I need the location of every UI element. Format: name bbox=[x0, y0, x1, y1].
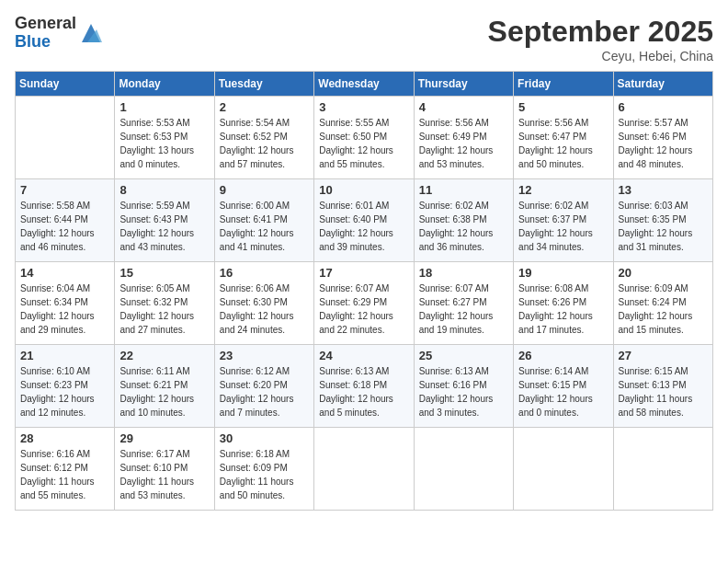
day-info: Sunrise: 6:10 AMSunset: 6:23 PMDaylight:… bbox=[20, 364, 109, 419]
day-info: Sunrise: 6:07 AMSunset: 6:27 PMDaylight:… bbox=[419, 282, 508, 337]
day-cell: 14Sunrise: 6:04 AMSunset: 6:34 PMDayligh… bbox=[16, 262, 115, 345]
day-info: Sunrise: 6:07 AMSunset: 6:29 PMDaylight:… bbox=[319, 282, 408, 337]
day-info: Sunrise: 6:00 AMSunset: 6:41 PMDaylight:… bbox=[220, 199, 309, 254]
header-cell-sunday: Sunday bbox=[16, 72, 115, 97]
day-info: Sunrise: 6:01 AMSunset: 6:40 PMDaylight:… bbox=[319, 199, 408, 254]
day-number: 14 bbox=[20, 266, 109, 280]
calendar-header: SundayMondayTuesdayWednesdayThursdayFrid… bbox=[16, 72, 713, 97]
day-number: 19 bbox=[518, 266, 608, 280]
day-number: 5 bbox=[518, 100, 608, 114]
day-number: 26 bbox=[518, 349, 608, 362]
day-info: Sunrise: 6:15 AMSunset: 6:13 PMDaylight:… bbox=[619, 364, 708, 419]
week-row-2: 7Sunrise: 5:58 AMSunset: 6:44 PMDaylight… bbox=[16, 179, 713, 262]
day-cell bbox=[16, 97, 115, 179]
day-info: Sunrise: 5:54 AMSunset: 6:52 PMDaylight:… bbox=[220, 116, 309, 171]
day-number: 8 bbox=[119, 183, 209, 197]
day-cell: 7Sunrise: 5:58 AMSunset: 6:44 PMDaylight… bbox=[16, 179, 115, 262]
day-cell: 23Sunrise: 6:12 AMSunset: 6:20 PMDayligh… bbox=[214, 345, 313, 428]
day-number: 12 bbox=[518, 183, 608, 197]
day-cell bbox=[613, 428, 712, 511]
day-number: 28 bbox=[20, 431, 109, 445]
subtitle: Ceyu, Hebei, China bbox=[488, 49, 713, 63]
day-info: Sunrise: 6:06 AMSunset: 6:30 PMDaylight:… bbox=[220, 282, 309, 337]
day-cell: 16Sunrise: 6:06 AMSunset: 6:30 PMDayligh… bbox=[214, 262, 313, 345]
day-number: 21 bbox=[20, 349, 109, 362]
day-info: Sunrise: 6:04 AMSunset: 6:34 PMDaylight:… bbox=[20, 282, 109, 337]
day-info: Sunrise: 5:53 AMSunset: 6:53 PMDaylight:… bbox=[119, 116, 209, 171]
day-info: Sunrise: 6:14 AMSunset: 6:15 PMDaylight:… bbox=[518, 364, 608, 419]
day-number: 25 bbox=[419, 349, 508, 362]
day-cell: 13Sunrise: 6:03 AMSunset: 6:35 PMDayligh… bbox=[613, 179, 712, 262]
header-cell-wednesday: Wednesday bbox=[314, 72, 414, 97]
day-number: 11 bbox=[419, 183, 508, 197]
day-number: 1 bbox=[119, 100, 209, 114]
day-cell: 9Sunrise: 6:00 AMSunset: 6:41 PMDaylight… bbox=[214, 179, 313, 262]
week-row-1: 1Sunrise: 5:53 AMSunset: 6:53 PMDaylight… bbox=[16, 97, 713, 179]
day-cell: 17Sunrise: 6:07 AMSunset: 6:29 PMDayligh… bbox=[314, 262, 414, 345]
day-cell: 2Sunrise: 5:54 AMSunset: 6:52 PMDaylight… bbox=[214, 97, 313, 179]
day-number: 13 bbox=[619, 183, 708, 197]
day-cell: 18Sunrise: 6:07 AMSunset: 6:27 PMDayligh… bbox=[414, 262, 513, 345]
calendar-body: 1Sunrise: 5:53 AMSunset: 6:53 PMDaylight… bbox=[16, 97, 713, 511]
day-info: Sunrise: 6:02 AMSunset: 6:37 PMDaylight:… bbox=[518, 199, 608, 254]
day-cell: 10Sunrise: 6:01 AMSunset: 6:40 PMDayligh… bbox=[314, 179, 414, 262]
day-number: 27 bbox=[619, 349, 708, 362]
day-info: Sunrise: 6:08 AMSunset: 6:26 PMDaylight:… bbox=[518, 282, 608, 337]
title-area: September 2025 Ceyu, Hebei, China bbox=[488, 15, 713, 63]
header-row: SundayMondayTuesdayWednesdayThursdayFrid… bbox=[16, 72, 713, 97]
day-cell: 12Sunrise: 6:02 AMSunset: 6:37 PMDayligh… bbox=[514, 179, 613, 262]
header-cell-friday: Friday bbox=[514, 72, 613, 97]
day-number: 24 bbox=[319, 349, 408, 362]
month-title: September 2025 bbox=[488, 15, 713, 49]
day-info: Sunrise: 6:16 AMSunset: 6:12 PMDaylight:… bbox=[20, 447, 109, 502]
day-cell bbox=[414, 428, 513, 511]
day-info: Sunrise: 5:58 AMSunset: 6:44 PMDaylight:… bbox=[20, 199, 109, 254]
day-cell: 24Sunrise: 6:13 AMSunset: 6:18 PMDayligh… bbox=[314, 345, 414, 428]
day-cell: 26Sunrise: 6:14 AMSunset: 6:15 PMDayligh… bbox=[514, 345, 613, 428]
day-cell: 30Sunrise: 6:18 AMSunset: 6:09 PMDayligh… bbox=[214, 428, 313, 511]
day-cell: 4Sunrise: 5:56 AMSunset: 6:49 PMDaylight… bbox=[414, 97, 513, 179]
day-number: 15 bbox=[119, 266, 209, 280]
day-info: Sunrise: 5:57 AMSunset: 6:46 PMDaylight:… bbox=[619, 116, 708, 171]
day-cell: 29Sunrise: 6:17 AMSunset: 6:10 PMDayligh… bbox=[115, 428, 214, 511]
day-info: Sunrise: 6:11 AMSunset: 6:21 PMDaylight:… bbox=[119, 364, 209, 419]
day-info: Sunrise: 6:13 AMSunset: 6:16 PMDaylight:… bbox=[419, 364, 508, 419]
day-number: 29 bbox=[119, 431, 209, 445]
day-info: Sunrise: 6:02 AMSunset: 6:38 PMDaylight:… bbox=[419, 199, 508, 254]
header-cell-tuesday: Tuesday bbox=[214, 72, 313, 97]
week-row-3: 14Sunrise: 6:04 AMSunset: 6:34 PMDayligh… bbox=[16, 262, 713, 345]
day-number: 9 bbox=[220, 183, 309, 197]
day-number: 30 bbox=[220, 431, 309, 445]
day-cell: 15Sunrise: 6:05 AMSunset: 6:32 PMDayligh… bbox=[115, 262, 214, 345]
day-cell bbox=[514, 428, 613, 511]
page-header: General Blue September 2025 Ceyu, Hebei,… bbox=[15, 15, 713, 63]
header-cell-saturday: Saturday bbox=[613, 72, 712, 97]
day-cell: 22Sunrise: 6:11 AMSunset: 6:21 PMDayligh… bbox=[115, 345, 214, 428]
day-number: 17 bbox=[319, 266, 408, 280]
logo-icon bbox=[78, 20, 104, 46]
day-info: Sunrise: 6:13 AMSunset: 6:18 PMDaylight:… bbox=[319, 364, 408, 419]
day-number: 16 bbox=[220, 266, 309, 280]
day-info: Sunrise: 6:09 AMSunset: 6:24 PMDaylight:… bbox=[619, 282, 708, 337]
day-number: 4 bbox=[419, 100, 508, 114]
day-info: Sunrise: 6:05 AMSunset: 6:32 PMDaylight:… bbox=[119, 282, 209, 337]
day-cell: 5Sunrise: 5:56 AMSunset: 6:47 PMDaylight… bbox=[514, 97, 613, 179]
day-cell: 19Sunrise: 6:08 AMSunset: 6:26 PMDayligh… bbox=[514, 262, 613, 345]
day-cell: 6Sunrise: 5:57 AMSunset: 6:46 PMDaylight… bbox=[613, 97, 712, 179]
logo-general-text: General bbox=[15, 15, 76, 33]
week-row-5: 28Sunrise: 6:16 AMSunset: 6:12 PMDayligh… bbox=[16, 428, 713, 511]
day-info: Sunrise: 5:56 AMSunset: 6:49 PMDaylight:… bbox=[419, 116, 508, 171]
day-cell: 21Sunrise: 6:10 AMSunset: 6:23 PMDayligh… bbox=[16, 345, 115, 428]
header-cell-thursday: Thursday bbox=[414, 72, 513, 97]
day-info: Sunrise: 6:18 AMSunset: 6:09 PMDaylight:… bbox=[220, 447, 309, 502]
day-cell: 27Sunrise: 6:15 AMSunset: 6:13 PMDayligh… bbox=[613, 345, 712, 428]
logo-blue-text: Blue bbox=[15, 33, 76, 52]
day-info: Sunrise: 6:03 AMSunset: 6:35 PMDaylight:… bbox=[619, 199, 708, 254]
day-cell: 28Sunrise: 6:16 AMSunset: 6:12 PMDayligh… bbox=[16, 428, 115, 511]
calendar-table: SundayMondayTuesdayWednesdayThursdayFrid… bbox=[15, 71, 713, 511]
day-number: 3 bbox=[319, 100, 408, 114]
day-number: 7 bbox=[20, 183, 109, 197]
day-number: 20 bbox=[619, 266, 708, 280]
day-number: 22 bbox=[119, 349, 209, 362]
day-cell: 8Sunrise: 5:59 AMSunset: 6:43 PMDaylight… bbox=[115, 179, 214, 262]
